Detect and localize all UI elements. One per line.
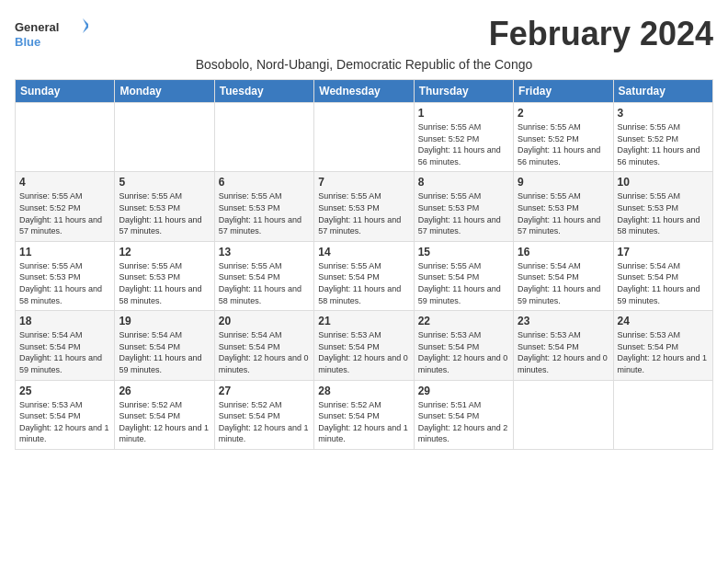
day-info: Sunrise: 5:53 AM Sunset: 5:54 PM Dayligh… — [518, 329, 609, 375]
calendar-cell: 26Sunrise: 5:52 AM Sunset: 5:54 PM Dayli… — [115, 380, 214, 449]
day-info: Sunrise: 5:55 AM Sunset: 5:52 PM Dayligh… — [518, 121, 609, 167]
day-info: Sunrise: 5:55 AM Sunset: 5:53 PM Dayligh… — [318, 190, 409, 236]
day-info: Sunrise: 5:55 AM Sunset: 5:52 PM Dayligh… — [618, 121, 709, 167]
logo: General Blue — [15, 15, 88, 52]
calendar-body: 1Sunrise: 5:55 AM Sunset: 5:52 PM Daylig… — [16, 103, 713, 450]
day-number: 1 — [418, 107, 509, 120]
day-info: Sunrise: 5:55 AM Sunset: 5:53 PM Dayligh… — [618, 190, 709, 236]
calendar-cell: 27Sunrise: 5:52 AM Sunset: 5:54 PM Dayli… — [214, 380, 313, 449]
calendar: SundayMondayTuesdayWednesdayThursdayFrid… — [15, 79, 713, 450]
calendar-cell: 15Sunrise: 5:55 AM Sunset: 5:54 PM Dayli… — [414, 241, 513, 310]
page-container: General Blue February 2024 Bosobolo, Nor… — [15, 15, 713, 450]
calendar-cell — [514, 380, 613, 449]
svg-text:Blue: Blue — [15, 35, 40, 49]
day-info: Sunrise: 5:55 AM Sunset: 5:53 PM Dayligh… — [119, 190, 210, 236]
day-info: Sunrise: 5:54 AM Sunset: 5:54 PM Dayligh… — [219, 329, 310, 375]
day-number: 28 — [318, 385, 409, 397]
calendar-cell: 4Sunrise: 5:55 AM Sunset: 5:52 PM Daylig… — [16, 172, 115, 241]
calendar-cell: 17Sunrise: 5:54 AM Sunset: 5:54 PM Dayli… — [613, 241, 712, 310]
calendar-week-row: 18Sunrise: 5:54 AM Sunset: 5:54 PM Dayli… — [16, 311, 713, 380]
calendar-day-header: Saturday — [613, 80, 712, 103]
day-number: 25 — [19, 385, 110, 397]
day-info: Sunrise: 5:53 AM Sunset: 5:54 PM Dayligh… — [318, 329, 409, 375]
day-info: Sunrise: 5:55 AM Sunset: 5:54 PM Dayligh… — [318, 260, 409, 306]
subtitle: Bosobolo, Nord-Ubangi, Democratic Republ… — [15, 57, 713, 72]
day-info: Sunrise: 5:55 AM Sunset: 5:54 PM Dayligh… — [219, 260, 310, 306]
month-title: February 2024 — [489, 15, 713, 53]
day-number: 17 — [618, 246, 709, 259]
calendar-cell: 14Sunrise: 5:55 AM Sunset: 5:54 PM Dayli… — [314, 241, 414, 310]
calendar-day-header: Wednesday — [314, 80, 414, 103]
day-number: 29 — [418, 385, 509, 397]
day-number: 11 — [19, 246, 110, 259]
calendar-cell: 20Sunrise: 5:54 AM Sunset: 5:54 PM Dayli… — [214, 311, 313, 380]
svg-marker-2 — [83, 18, 88, 33]
day-number: 18 — [19, 315, 110, 327]
day-number: 12 — [119, 246, 210, 259]
calendar-cell: 18Sunrise: 5:54 AM Sunset: 5:54 PM Dayli… — [16, 311, 115, 380]
calendar-cell: 23Sunrise: 5:53 AM Sunset: 5:54 PM Dayli… — [514, 311, 613, 380]
calendar-cell: 19Sunrise: 5:54 AM Sunset: 5:54 PM Dayli… — [115, 311, 214, 380]
day-info: Sunrise: 5:55 AM Sunset: 5:53 PM Dayligh… — [219, 190, 310, 236]
calendar-cell: 25Sunrise: 5:53 AM Sunset: 5:54 PM Dayli… — [16, 380, 115, 449]
day-info: Sunrise: 5:54 AM Sunset: 5:54 PM Dayligh… — [518, 260, 609, 306]
calendar-cell: 3Sunrise: 5:55 AM Sunset: 5:52 PM Daylig… — [613, 103, 712, 172]
day-info: Sunrise: 5:52 AM Sunset: 5:54 PM Dayligh… — [318, 399, 409, 445]
day-number: 19 — [119, 315, 210, 327]
calendar-cell — [16, 103, 115, 172]
day-info: Sunrise: 5:51 AM Sunset: 5:54 PM Dayligh… — [418, 399, 509, 445]
day-info: Sunrise: 5:55 AM Sunset: 5:54 PM Dayligh… — [418, 260, 509, 306]
calendar-cell: 24Sunrise: 5:53 AM Sunset: 5:54 PM Dayli… — [613, 311, 712, 380]
day-number: 27 — [219, 385, 310, 397]
day-info: Sunrise: 5:55 AM Sunset: 5:53 PM Dayligh… — [418, 190, 509, 236]
day-info: Sunrise: 5:55 AM Sunset: 5:53 PM Dayligh… — [518, 190, 609, 236]
calendar-cell: 13Sunrise: 5:55 AM Sunset: 5:54 PM Dayli… — [214, 241, 313, 310]
calendar-week-row: 11Sunrise: 5:55 AM Sunset: 5:53 PM Dayli… — [16, 241, 713, 310]
day-number: 15 — [418, 246, 509, 259]
day-number: 9 — [518, 176, 609, 189]
calendar-cell — [214, 103, 313, 172]
day-info: Sunrise: 5:53 AM Sunset: 5:54 PM Dayligh… — [19, 399, 110, 445]
day-info: Sunrise: 5:53 AM Sunset: 5:54 PM Dayligh… — [618, 329, 709, 375]
calendar-week-row: 1Sunrise: 5:55 AM Sunset: 5:52 PM Daylig… — [16, 103, 713, 172]
day-info: Sunrise: 5:53 AM Sunset: 5:54 PM Dayligh… — [418, 329, 509, 375]
day-info: Sunrise: 5:55 AM Sunset: 5:52 PM Dayligh… — [19, 190, 110, 236]
calendar-cell: 5Sunrise: 5:55 AM Sunset: 5:53 PM Daylig… — [115, 172, 214, 241]
calendar-cell: 29Sunrise: 5:51 AM Sunset: 5:54 PM Dayli… — [414, 380, 513, 449]
calendar-week-row: 25Sunrise: 5:53 AM Sunset: 5:54 PM Dayli… — [16, 380, 713, 449]
calendar-cell: 7Sunrise: 5:55 AM Sunset: 5:53 PM Daylig… — [314, 172, 414, 241]
calendar-cell: 22Sunrise: 5:53 AM Sunset: 5:54 PM Dayli… — [414, 311, 513, 380]
day-number: 4 — [19, 176, 110, 189]
day-info: Sunrise: 5:52 AM Sunset: 5:54 PM Dayligh… — [219, 399, 310, 445]
day-info: Sunrise: 5:54 AM Sunset: 5:54 PM Dayligh… — [618, 260, 709, 306]
day-number: 3 — [618, 107, 709, 120]
day-info: Sunrise: 5:54 AM Sunset: 5:54 PM Dayligh… — [119, 329, 210, 375]
day-number: 24 — [618, 315, 709, 327]
day-number: 20 — [219, 315, 310, 327]
day-number: 6 — [219, 176, 310, 189]
day-number: 8 — [418, 176, 509, 189]
calendar-cell: 1Sunrise: 5:55 AM Sunset: 5:52 PM Daylig… — [414, 103, 513, 172]
calendar-cell: 12Sunrise: 5:55 AM Sunset: 5:53 PM Dayli… — [115, 241, 214, 310]
calendar-cell: 21Sunrise: 5:53 AM Sunset: 5:54 PM Dayli… — [314, 311, 414, 380]
calendar-cell: 9Sunrise: 5:55 AM Sunset: 5:53 PM Daylig… — [514, 172, 613, 241]
day-number: 13 — [219, 246, 310, 259]
day-number: 22 — [418, 315, 509, 327]
day-number: 2 — [518, 107, 609, 120]
calendar-cell — [613, 380, 712, 449]
day-info: Sunrise: 5:55 AM Sunset: 5:53 PM Dayligh… — [19, 260, 110, 306]
calendar-cell: 16Sunrise: 5:54 AM Sunset: 5:54 PM Dayli… — [514, 241, 613, 310]
calendar-day-header: Friday — [514, 80, 613, 103]
calendar-header-row: SundayMondayTuesdayWednesdayThursdayFrid… — [16, 80, 713, 103]
calendar-cell: 6Sunrise: 5:55 AM Sunset: 5:53 PM Daylig… — [214, 172, 313, 241]
calendar-week-row: 4Sunrise: 5:55 AM Sunset: 5:52 PM Daylig… — [16, 172, 713, 241]
day-info: Sunrise: 5:54 AM Sunset: 5:54 PM Dayligh… — [19, 329, 110, 375]
calendar-day-header: Tuesday — [214, 80, 313, 103]
calendar-cell — [115, 103, 214, 172]
day-number: 23 — [518, 315, 609, 327]
day-number: 14 — [318, 246, 409, 259]
day-info: Sunrise: 5:52 AM Sunset: 5:54 PM Dayligh… — [119, 399, 210, 445]
day-number: 5 — [119, 176, 210, 189]
day-info: Sunrise: 5:55 AM Sunset: 5:52 PM Dayligh… — [418, 121, 509, 167]
day-number: 7 — [318, 176, 409, 189]
